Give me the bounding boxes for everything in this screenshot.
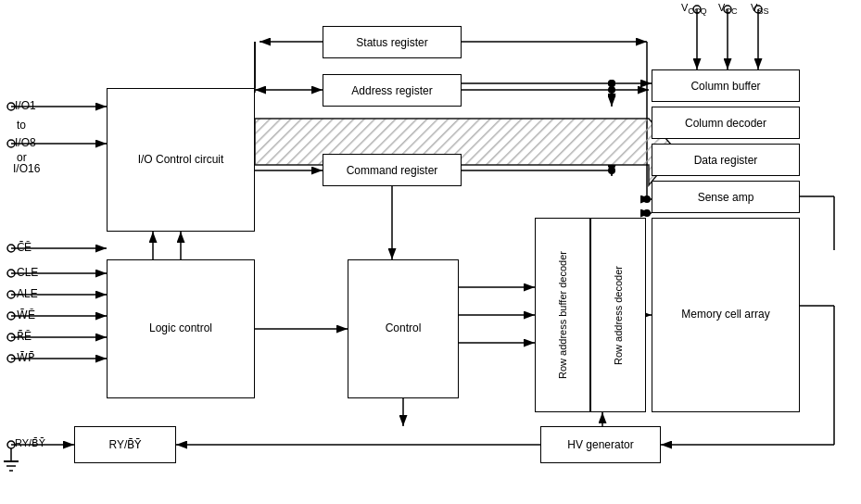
status-register-label: Status register (356, 36, 427, 49)
ry-by-box: RY/B̄Ȳ (74, 426, 176, 463)
column-decoder-box: Column decoder (652, 107, 800, 139)
svg-point-54 (7, 270, 15, 277)
row-addr-dec-label: Row address decoder (612, 266, 625, 365)
svg-point-71 (608, 80, 615, 87)
svg-point-52 (7, 140, 15, 147)
svg-point-13 (643, 195, 651, 203)
sense-amp-box: Sense amp (652, 181, 800, 213)
ry-by-label: RY/B̄Ȳ (109, 438, 142, 451)
svg-point-58 (7, 355, 15, 362)
io-control-label: I/O Control circuit (138, 153, 224, 168)
command-register-label: Command register (347, 164, 438, 177)
block-diagram: I/O Control circuit Logic control Contro… (0, 0, 861, 504)
command-register-box: Command register (323, 154, 462, 186)
sense-amp-label: Sense amp (698, 191, 754, 204)
vccq-label: VCCQ (681, 2, 707, 16)
column-buffer-box: Column buffer (652, 69, 800, 102)
vss-label: VSS (751, 2, 769, 16)
row-addr-buf-label: Row address buffer decoder (556, 251, 569, 379)
svg-point-67 (608, 80, 615, 87)
io1-label: I/O1 (15, 99, 36, 112)
ale-label: ALE (17, 287, 38, 300)
control-label: Control (386, 321, 422, 336)
svg-point-59 (7, 441, 15, 448)
hv-gen-label: HV generator (567, 438, 633, 451)
memory-cell-box: Memory cell array (652, 218, 800, 412)
row-addr-buf-box: Row address buffer decoder (535, 218, 590, 412)
logic-control-label: Logic control (149, 321, 212, 336)
wp-label: W̄P̄ (17, 351, 34, 364)
logic-control-box: Logic control (107, 259, 255, 398)
ry-by-signal-label: RY/B̄Ȳ (15, 437, 45, 449)
we-label: W̄Ē (17, 309, 35, 321)
column-buffer-label: Column buffer (690, 80, 760, 93)
to-label: to (17, 119, 26, 132)
svg-marker-65 (255, 119, 677, 185)
status-register-box: Status register (323, 26, 462, 58)
svg-point-17 (608, 86, 615, 94)
column-decoder-label: Column decoder (685, 117, 766, 130)
io-control-box: I/O Control circuit (107, 88, 255, 232)
svg-point-55 (7, 291, 15, 298)
cle-label: CLE (17, 266, 38, 279)
svg-point-74 (608, 167, 615, 174)
address-register-box: Address register (323, 74, 462, 107)
address-register-label: Address register (351, 84, 432, 97)
ce-label: C̄Ē (17, 241, 32, 254)
svg-point-53 (7, 245, 15, 252)
control-box: Control (348, 259, 459, 398)
svg-point-51 (7, 103, 15, 110)
data-register-box: Data register (652, 144, 800, 176)
row-addr-dec-box: Row address decoder (590, 218, 646, 412)
data-register-label: Data register (694, 154, 758, 167)
svg-point-57 (7, 334, 15, 341)
vcc-label: VCC (718, 2, 738, 16)
svg-point-56 (7, 312, 15, 320)
memory-cell-label: Memory cell array (681, 308, 769, 322)
io8-label: I/O8 (15, 136, 36, 149)
hv-gen-box: HV generator (540, 426, 661, 463)
re-label: R̄Ē (17, 330, 32, 343)
svg-point-69 (643, 209, 651, 217)
io16-label: I/O16 (13, 162, 40, 175)
